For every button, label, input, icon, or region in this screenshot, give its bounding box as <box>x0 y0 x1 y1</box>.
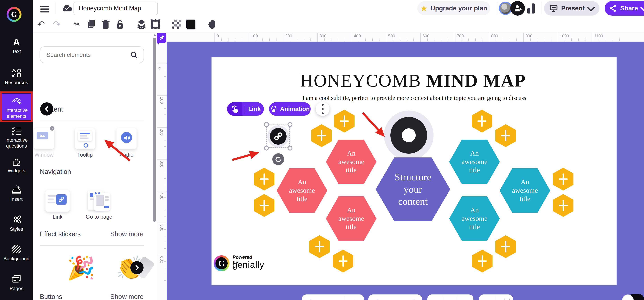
sidebar-item-resources[interactable]: Resources <box>0 68 33 86</box>
circle-element-outer[interactable] <box>384 110 434 160</box>
bottom-toolbar-pill[interactable] <box>302 295 364 300</box>
share-button[interactable]: Share <box>605 1 644 15</box>
section-title-buttons: Buttons <box>40 293 62 300</box>
panel-collapse-button[interactable] <box>40 102 54 116</box>
more-options-button[interactable] <box>316 102 330 116</box>
scroll-up-arrow[interactable] <box>153 34 156 36</box>
transparency-button[interactable] <box>172 19 182 29</box>
duplicate-button[interactable] <box>86 19 96 29</box>
bottom-toolbar-pill[interactable] <box>368 295 422 300</box>
divider <box>40 121 144 121</box>
genially-editor: ★ Upgrade your plan Present <box>0 0 644 300</box>
sidebar-item-background[interactable]: Background <box>0 244 33 262</box>
divider <box>55 2 56 14</box>
user-avatar[interactable] <box>499 2 512 15</box>
element-audio[interactable] <box>116 128 136 149</box>
delete-button[interactable] <box>100 19 111 29</box>
color-swatch-button[interactable] <box>186 19 196 29</box>
cut-button[interactable]: ✂ <box>72 19 82 29</box>
element-go-to-page-label: Go to page <box>82 214 116 220</box>
present-screen-icon <box>550 4 558 12</box>
element-audio-label: Audio <box>109 152 144 158</box>
tooltip-pin <box>84 143 88 148</box>
sticker-confetti[interactable]: 🎉 <box>67 254 95 282</box>
genially-logo[interactable]: G <box>6 7 22 22</box>
rotate-handle[interactable] <box>272 153 284 165</box>
element-window[interactable]: × <box>34 128 54 149</box>
selection-handle-ne[interactable] <box>288 122 292 127</box>
cloud-saved-icon <box>62 4 72 12</box>
sidebar-item-text[interactable]: A Text <box>0 37 33 54</box>
selection-handle-se[interactable] <box>288 146 292 151</box>
lock-button[interactable] <box>115 19 125 29</box>
analytics-bars-icon[interactable] <box>527 3 535 13</box>
text-icon: A <box>0 37 33 47</box>
styles-pencil-icon <box>0 214 33 225</box>
layers-button[interactable] <box>136 19 147 29</box>
redo-button[interactable]: ↷ <box>52 19 62 29</box>
animation-button[interactable]: Animation <box>269 102 311 116</box>
divider <box>40 245 144 246</box>
stickers-next-button[interactable] <box>130 261 144 274</box>
divider <box>40 183 144 183</box>
puzzle-icon <box>0 156 33 167</box>
checklist-icon <box>0 125 33 136</box>
present-button[interactable]: Present <box>544 1 600 15</box>
panel-scrollbar[interactable] <box>153 38 156 222</box>
main-sidebar: G A Text Resources Interactive elements <box>0 0 33 300</box>
share-label: Share <box>620 5 638 12</box>
pin-rulers-button[interactable] <box>157 33 166 43</box>
selection-handle-nw[interactable] <box>264 122 269 127</box>
effect-stickers-show-more[interactable]: Show more <box>110 230 144 238</box>
element-tooltip-label: Tooltip <box>68 152 102 158</box>
sidebar-item-widgets[interactable]: Widgets <box>0 156 33 174</box>
rotate-icon <box>275 156 282 162</box>
pushpin-icon <box>158 35 164 41</box>
element-tooltip[interactable] <box>75 128 95 149</box>
link-action-button[interactable]: Link <box>227 102 264 116</box>
insert-tray-icon <box>0 184 33 195</box>
ruler-horizontal: 010020030040050060070080090010001100 <box>167 33 644 41</box>
share-icon <box>609 4 617 12</box>
element-go-to-page[interactable] <box>86 189 112 212</box>
hand-tool-button[interactable] <box>207 19 217 29</box>
tap-icon <box>227 102 242 116</box>
bottom-toolbar-pill[interactable] <box>427 295 474 300</box>
pin-fold <box>157 43 159 45</box>
sidebar-item-interactive-elements[interactable]: Interactive elements <box>0 96 33 119</box>
undo-button[interactable]: ↶ <box>36 19 46 29</box>
chevron-down-icon <box>640 3 644 11</box>
sidebar-item-pages[interactable]: Pages <box>0 274 33 292</box>
section-title-navigation: Navigation <box>40 168 71 175</box>
star-icon: ★ <box>420 4 427 13</box>
element-link[interactable] <box>46 190 70 212</box>
divider <box>542 2 542 14</box>
divider <box>498 2 498 14</box>
pages-icon <box>0 274 33 285</box>
buttons-show-more[interactable]: Show more <box>110 293 144 300</box>
present-label: Present <box>561 5 585 12</box>
bottom-toolbar-pill[interactable] <box>479 295 513 300</box>
sidebar-item-insert[interactable]: Insert <box>0 184 33 202</box>
document-title-input[interactable] <box>74 1 158 15</box>
search-icon[interactable] <box>130 51 138 59</box>
add-collaborator-button[interactable] <box>510 1 525 15</box>
selection-box[interactable] <box>266 125 290 148</box>
top-bar: ★ Upgrade your plan Present <box>33 0 644 17</box>
interactive-click-icon <box>0 96 33 106</box>
sidebar-item-styles[interactable]: Styles <box>0 214 33 232</box>
hamburger-menu-icon[interactable] <box>40 4 49 14</box>
upgrade-plan-button[interactable]: ★ Upgrade your plan <box>418 1 490 15</box>
sidebar-item-interactive-questions[interactable]: Interactive questions <box>0 125 33 149</box>
background-stripes-icon <box>0 244 33 255</box>
selection-handle-sw[interactable] <box>264 146 269 151</box>
search-input[interactable] <box>40 46 144 63</box>
interactive-elements-panel: Content × Window Tooltip Audio Navigatio… <box>33 33 152 300</box>
section-title-effect-stickers: Effect stickers <box>40 230 81 238</box>
element-link-label: Link <box>40 214 75 220</box>
shapes-icon <box>0 68 33 79</box>
chevron-down-icon <box>587 3 595 11</box>
frame-button[interactable] <box>150 19 161 29</box>
close-icon[interactable]: × <box>50 126 54 131</box>
slide-subtitle[interactable]: I am a cool subtitle, perfect to provide… <box>251 95 577 101</box>
